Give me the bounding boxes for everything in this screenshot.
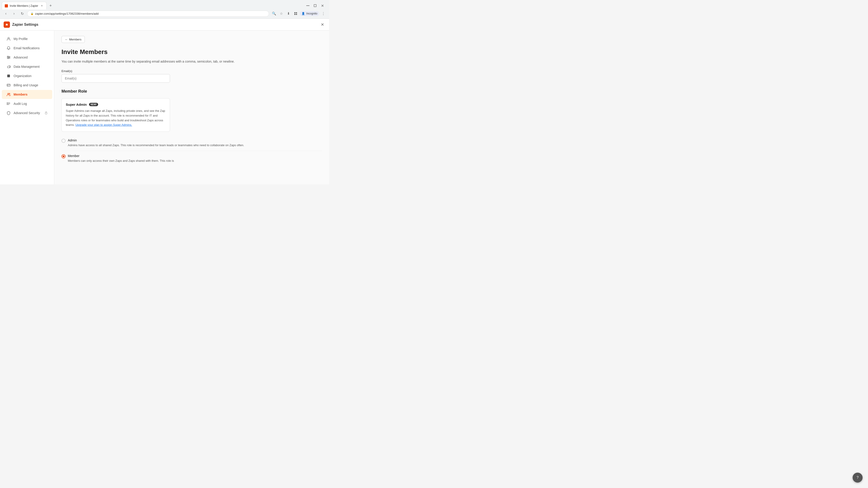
sidebar-label-organization: Organization xyxy=(13,74,31,78)
back-nav-button[interactable]: ‹ xyxy=(3,10,9,17)
sidebar-item-advanced[interactable]: Advanced xyxy=(2,53,52,62)
close-window-button[interactable]: ✕ xyxy=(319,2,326,9)
admin-role-info: Admin Admins have access to all shared Z… xyxy=(68,138,244,148)
super-admin-role-header: Super Admin New! xyxy=(66,103,166,106)
sidebar-label-data-management: Data Management xyxy=(13,65,39,68)
main-content: ← Members Invite Members You can invite … xyxy=(54,31,329,184)
super-admin-role-card: Super Admin New! Super Admins can manage… xyxy=(61,98,170,132)
svg-rect-1 xyxy=(314,4,316,7)
sidebar-item-audit-log[interactable]: Audit Log xyxy=(2,99,52,108)
list-icon xyxy=(6,101,11,106)
sidebar-label-email-notifications: Email Notifications xyxy=(13,46,39,50)
sidebar-item-my-profile[interactable]: My Profile xyxy=(2,34,52,43)
admin-role-name: Admin xyxy=(68,138,244,142)
sliders-icon xyxy=(6,55,11,60)
super-admin-role-name: Super Admin xyxy=(66,103,87,106)
member-role-info: Member Members can only access their own… xyxy=(68,154,174,163)
member-role-option[interactable]: Member Members can only access their own… xyxy=(61,151,322,166)
sidebar-label-my-profile: My Profile xyxy=(13,37,28,41)
sidebar-label-advanced-security: Advanced Security xyxy=(13,111,40,115)
tab-title: Invite Members | Zapier xyxy=(10,4,38,7)
svg-point-10 xyxy=(7,56,8,57)
svg-rect-3 xyxy=(296,12,297,13)
svg-rect-13 xyxy=(7,74,10,77)
cloud-icon xyxy=(6,64,11,69)
browser-tab[interactable]: Invite Members | Zapier ✕ xyxy=(2,2,46,9)
svg-rect-25 xyxy=(45,112,47,114)
person-icon xyxy=(6,37,11,41)
tab-close-button[interactable]: ✕ xyxy=(40,4,43,8)
url-bar[interactable]: 🔒 zapier.com/app/settings/17062338/membe… xyxy=(27,11,269,17)
card-icon xyxy=(6,83,11,88)
sidebar-item-organization[interactable]: Organization xyxy=(2,71,52,80)
svg-rect-14 xyxy=(7,84,10,86)
shield-icon xyxy=(6,111,11,115)
forward-nav-button[interactable]: › xyxy=(11,10,17,17)
sidebar-item-billing-usage[interactable]: Billing and Usage xyxy=(2,80,52,90)
url-text: zapier.com/app/settings/17062338/members… xyxy=(35,12,98,15)
svg-rect-5 xyxy=(296,14,297,15)
address-actions: 🔍 ☆ ⬇ 👤 Incognito ⋮ xyxy=(271,10,327,17)
tab-bar: Invite Members | Zapier ✕ + ✕ xyxy=(0,0,329,9)
tab-favicon xyxy=(5,4,8,7)
svg-rect-4 xyxy=(294,14,296,15)
member-radio-button[interactable] xyxy=(61,154,66,158)
sidebar: My Profile Email Notifications xyxy=(0,31,54,184)
back-button-label: Members xyxy=(69,38,81,41)
svg-point-18 xyxy=(9,93,10,94)
sidebar-item-members[interactable]: Members xyxy=(2,90,52,99)
sidebar-label-billing-usage: Billing and Usage xyxy=(13,84,38,87)
sidebar-item-data-management[interactable]: Data Management xyxy=(2,62,52,71)
extensions-icon[interactable] xyxy=(292,10,299,17)
lock-icon: 🔒 xyxy=(31,12,34,15)
svg-point-17 xyxy=(8,93,9,94)
download-icon[interactable]: ⬇ xyxy=(285,10,291,17)
email-input[interactable] xyxy=(61,74,170,83)
app-logo: Zapier Settings xyxy=(4,22,38,28)
window-controls: ✕ xyxy=(305,2,327,9)
bell-icon xyxy=(6,46,11,51)
member-role-section-title: Member Role xyxy=(61,89,322,94)
upgrade-plan-link[interactable]: Upgrade your plan to assign Super Admins… xyxy=(75,123,132,127)
svg-point-12 xyxy=(8,58,8,59)
admin-role-description: Admins have access to all shared Zaps. T… xyxy=(68,143,244,148)
sidebar-label-members: Members xyxy=(13,93,27,96)
people-icon xyxy=(6,92,11,97)
sidebar-item-advanced-security[interactable]: Advanced Security xyxy=(2,108,52,118)
square-icon xyxy=(6,74,11,78)
search-icon[interactable]: 🔍 xyxy=(271,10,277,17)
app-header: Zapier Settings ✕ xyxy=(0,19,329,31)
sidebar-label-advanced: Advanced xyxy=(13,56,28,59)
profile-button[interactable]: 👤 Incognito xyxy=(300,11,319,16)
sidebar-label-audit-log: Audit Log xyxy=(13,102,27,105)
browser-chrome: Invite Members | Zapier ✕ + ✕ ‹ › ↻ 🔒 za… xyxy=(0,0,329,19)
reload-button[interactable]: ↻ xyxy=(19,10,25,17)
admin-role-option[interactable]: Admin Admins have access to all shared Z… xyxy=(61,135,322,151)
address-bar: ‹ › ↻ 🔒 zapier.com/app/settings/17062338… xyxy=(0,9,329,19)
email-label: Email(s) xyxy=(61,69,322,73)
svg-rect-24 xyxy=(7,104,7,105)
admin-radio-button[interactable] xyxy=(61,139,66,143)
svg-rect-2 xyxy=(294,12,296,13)
new-tab-button[interactable]: + xyxy=(48,2,54,9)
back-arrow-icon: ← xyxy=(65,38,68,41)
svg-rect-0 xyxy=(306,5,309,6)
maximize-button[interactable] xyxy=(312,2,318,9)
profile-icon: 👤 xyxy=(302,12,305,15)
app-logo-icon xyxy=(4,22,10,28)
svg-rect-22 xyxy=(7,103,7,103)
menu-icon[interactable]: ⋮ xyxy=(320,10,327,17)
app-title: Zapier Settings xyxy=(12,23,38,27)
page-description: You can invite multiple members at the s… xyxy=(61,59,322,64)
super-admin-role-description: Super Admins can manage all Zaps, includ… xyxy=(66,109,166,127)
bookmark-icon[interactable]: ☆ xyxy=(278,10,284,17)
app-close-button[interactable]: ✕ xyxy=(319,22,326,28)
minimize-button[interactable] xyxy=(305,2,311,9)
lock-badge-icon xyxy=(44,111,48,115)
svg-point-11 xyxy=(9,57,10,58)
back-to-members-button[interactable]: ← Members xyxy=(61,36,85,43)
sidebar-item-email-notifications[interactable]: Email Notifications xyxy=(2,43,52,53)
super-admin-new-badge: New! xyxy=(89,103,98,106)
member-role-name: Member xyxy=(68,154,174,158)
app-container: My Profile Email Notifications xyxy=(0,31,329,184)
